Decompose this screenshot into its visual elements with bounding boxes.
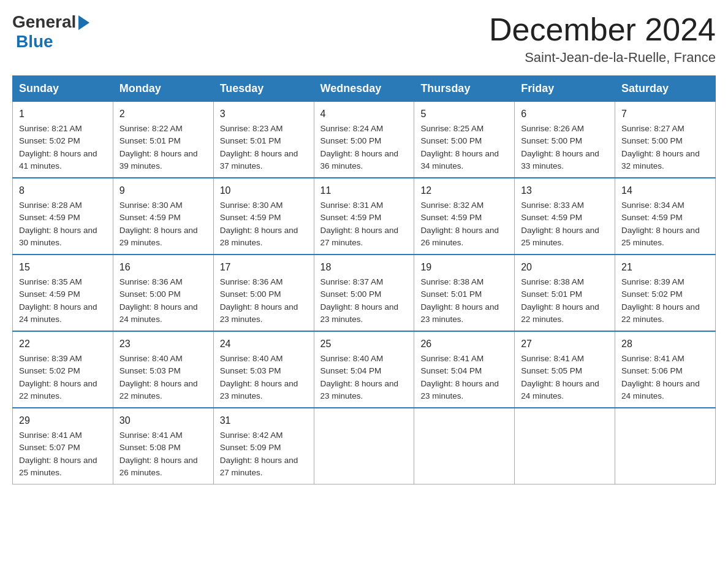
day-number: 28 <box>621 337 709 351</box>
day-info: Sunrise: 8:40 AMSunset: 5:03 PMDaylight:… <box>220 354 298 400</box>
day-info: Sunrise: 8:25 AMSunset: 5:00 PMDaylight:… <box>420 124 499 170</box>
day-number: 16 <box>119 260 207 275</box>
day-info: Sunrise: 8:28 AMSunset: 4:59 PMDaylight:… <box>19 201 97 247</box>
week-row-3: 15Sunrise: 8:35 AMSunset: 4:59 PMDayligh… <box>13 255 716 331</box>
day-number: 18 <box>320 260 408 275</box>
day-number: 7 <box>621 107 709 121</box>
day-number: 12 <box>420 183 508 198</box>
day-cell: 3Sunrise: 8:23 AMSunset: 5:01 PMDaylight… <box>213 102 314 178</box>
day-number: 30 <box>119 413 207 428</box>
day-cell: 5Sunrise: 8:25 AMSunset: 5:00 PMDaylight… <box>414 102 515 178</box>
day-cell: 22Sunrise: 8:39 AMSunset: 5:02 PMDayligh… <box>13 331 113 408</box>
day-info: Sunrise: 8:41 AMSunset: 5:07 PMDaylight:… <box>19 431 97 477</box>
day-number: 3 <box>220 107 308 121</box>
day-info: Sunrise: 8:39 AMSunset: 5:02 PMDaylight:… <box>19 354 97 400</box>
day-number: 23 <box>119 337 207 351</box>
day-info: Sunrise: 8:40 AMSunset: 5:03 PMDaylight:… <box>119 354 198 400</box>
day-number: 21 <box>621 260 709 275</box>
day-info: Sunrise: 8:38 AMSunset: 5:01 PMDaylight:… <box>521 277 599 324</box>
day-cell: 12Sunrise: 8:32 AMSunset: 4:59 PMDayligh… <box>414 178 515 255</box>
day-number: 1 <box>19 107 107 121</box>
day-cell: 14Sunrise: 8:34 AMSunset: 4:59 PMDayligh… <box>615 178 716 255</box>
header-tuesday: Tuesday <box>213 76 314 102</box>
day-number: 11 <box>320 183 408 198</box>
calendar-subtitle: Saint-Jean-de-la-Ruelle, France <box>489 50 716 66</box>
day-cell: 6Sunrise: 8:26 AMSunset: 5:00 PMDaylight… <box>515 102 615 178</box>
day-cell: 18Sunrise: 8:37 AMSunset: 5:00 PMDayligh… <box>314 255 414 331</box>
day-number: 17 <box>220 260 308 275</box>
day-cell: 27Sunrise: 8:41 AMSunset: 5:05 PMDayligh… <box>515 331 615 408</box>
day-cell: 9Sunrise: 8:30 AMSunset: 4:59 PMDaylight… <box>113 178 213 255</box>
day-info: Sunrise: 8:41 AMSunset: 5:05 PMDaylight:… <box>521 354 599 400</box>
day-info: Sunrise: 8:41 AMSunset: 5:06 PMDaylight:… <box>621 354 700 400</box>
day-info: Sunrise: 8:38 AMSunset: 5:01 PMDaylight:… <box>420 277 499 324</box>
title-block: December 2024 Saint-Jean-de-la-Ruelle, F… <box>489 12 716 66</box>
day-number: 31 <box>220 413 308 428</box>
day-number: 24 <box>220 337 308 351</box>
day-number: 15 <box>19 260 107 275</box>
day-number: 2 <box>119 107 207 121</box>
header-monday: Monday <box>113 76 213 102</box>
day-info: Sunrise: 8:34 AMSunset: 4:59 PMDaylight:… <box>621 201 700 247</box>
day-number: 10 <box>220 183 308 198</box>
day-number: 22 <box>19 337 107 351</box>
calendar-title: December 2024 <box>489 12 716 47</box>
day-cell <box>314 408 414 484</box>
day-number: 6 <box>521 107 609 121</box>
day-number: 4 <box>320 107 408 121</box>
day-info: Sunrise: 8:40 AMSunset: 5:04 PMDaylight:… <box>320 354 399 400</box>
day-info: Sunrise: 8:32 AMSunset: 4:59 PMDaylight:… <box>420 201 499 247</box>
day-cell <box>615 408 716 484</box>
day-info: Sunrise: 8:27 AMSunset: 5:00 PMDaylight:… <box>621 124 700 170</box>
logo-arrow-icon <box>78 15 89 30</box>
day-cell <box>515 408 615 484</box>
week-row-2: 8Sunrise: 8:28 AMSunset: 4:59 PMDaylight… <box>13 178 716 255</box>
day-cell: 23Sunrise: 8:40 AMSunset: 5:03 PMDayligh… <box>113 331 213 408</box>
day-info: Sunrise: 8:26 AMSunset: 5:00 PMDaylight:… <box>521 124 599 170</box>
day-info: Sunrise: 8:39 AMSunset: 5:02 PMDaylight:… <box>621 277 700 324</box>
day-cell: 15Sunrise: 8:35 AMSunset: 4:59 PMDayligh… <box>13 255 113 331</box>
day-info: Sunrise: 8:36 AMSunset: 5:00 PMDaylight:… <box>220 277 298 324</box>
logo-general: General <box>12 12 76 32</box>
day-number: 14 <box>621 183 709 198</box>
day-cell: 11Sunrise: 8:31 AMSunset: 4:59 PMDayligh… <box>314 178 414 255</box>
day-info: Sunrise: 8:36 AMSunset: 5:00 PMDaylight:… <box>119 277 198 324</box>
day-info: Sunrise: 8:23 AMSunset: 5:01 PMDaylight:… <box>220 124 298 170</box>
day-cell: 21Sunrise: 8:39 AMSunset: 5:02 PMDayligh… <box>615 255 716 331</box>
day-info: Sunrise: 8:31 AMSunset: 4:59 PMDaylight:… <box>320 201 399 247</box>
day-cell: 16Sunrise: 8:36 AMSunset: 5:00 PMDayligh… <box>113 255 213 331</box>
day-number: 13 <box>521 183 609 198</box>
day-info: Sunrise: 8:37 AMSunset: 5:00 PMDaylight:… <box>320 277 399 324</box>
day-cell: 29Sunrise: 8:41 AMSunset: 5:07 PMDayligh… <box>13 408 113 484</box>
day-info: Sunrise: 8:22 AMSunset: 5:01 PMDaylight:… <box>119 124 198 170</box>
day-cell: 30Sunrise: 8:41 AMSunset: 5:08 PMDayligh… <box>113 408 213 484</box>
day-cell: 24Sunrise: 8:40 AMSunset: 5:03 PMDayligh… <box>213 331 314 408</box>
day-info: Sunrise: 8:24 AMSunset: 5:00 PMDaylight:… <box>320 124 399 170</box>
day-info: Sunrise: 8:35 AMSunset: 4:59 PMDaylight:… <box>19 277 97 324</box>
day-cell: 31Sunrise: 8:42 AMSunset: 5:09 PMDayligh… <box>213 408 314 484</box>
day-info: Sunrise: 8:41 AMSunset: 5:04 PMDaylight:… <box>420 354 499 400</box>
day-info: Sunrise: 8:30 AMSunset: 4:59 PMDaylight:… <box>220 201 298 247</box>
week-row-4: 22Sunrise: 8:39 AMSunset: 5:02 PMDayligh… <box>13 331 716 408</box>
day-number: 9 <box>119 183 207 198</box>
day-number: 26 <box>420 337 508 351</box>
day-cell: 1Sunrise: 8:21 AMSunset: 5:02 PMDaylight… <box>13 102 113 178</box>
day-info: Sunrise: 8:42 AMSunset: 5:09 PMDaylight:… <box>220 431 298 477</box>
page-header: General Blue December 2024 Saint-Jean-de… <box>12 12 716 66</box>
day-number: 25 <box>320 337 408 351</box>
day-cell: 19Sunrise: 8:38 AMSunset: 5:01 PMDayligh… <box>414 255 515 331</box>
week-row-1: 1Sunrise: 8:21 AMSunset: 5:02 PMDaylight… <box>13 102 716 178</box>
day-info: Sunrise: 8:41 AMSunset: 5:08 PMDaylight:… <box>119 431 198 477</box>
calendar-header-row: SundayMondayTuesdayWednesdayThursdayFrid… <box>13 76 716 102</box>
day-number: 29 <box>19 413 107 428</box>
day-cell <box>414 408 515 484</box>
day-number: 19 <box>420 260 508 275</box>
day-cell: 17Sunrise: 8:36 AMSunset: 5:00 PMDayligh… <box>213 255 314 331</box>
header-friday: Friday <box>515 76 615 102</box>
header-thursday: Thursday <box>414 76 515 102</box>
day-cell: 7Sunrise: 8:27 AMSunset: 5:00 PMDaylight… <box>615 102 716 178</box>
header-saturday: Saturday <box>615 76 716 102</box>
logo: General Blue <box>12 12 89 52</box>
day-cell: 26Sunrise: 8:41 AMSunset: 5:04 PMDayligh… <box>414 331 515 408</box>
day-cell: 28Sunrise: 8:41 AMSunset: 5:06 PMDayligh… <box>615 331 716 408</box>
